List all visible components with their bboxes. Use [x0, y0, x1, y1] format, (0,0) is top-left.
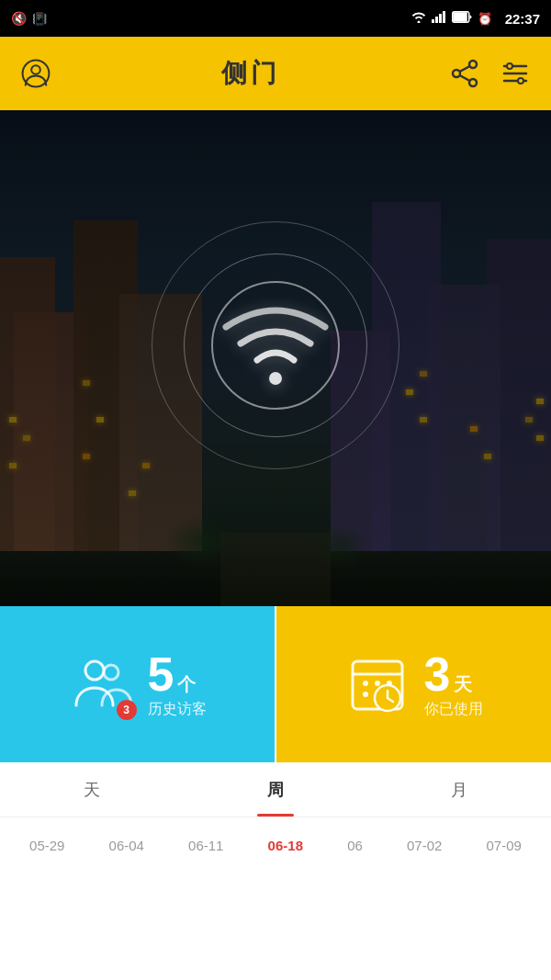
app-header: 侧门 [0, 37, 551, 110]
status-time: 22:37 [505, 11, 540, 27]
date-row: 05-29 06-04 06-11 06-18 06 07-02 07-09 [0, 817, 551, 873]
status-left-icons: 🔇 📳 [11, 11, 47, 26]
visitors-text: 5 个 历史访客 [148, 650, 207, 719]
menu-button[interactable] [498, 56, 533, 91]
wifi-signal-area[interactable] [147, 217, 404, 474]
usage-icon [345, 650, 410, 718]
svg-rect-5 [454, 13, 467, 21]
svg-rect-3 [443, 11, 445, 23]
svg-rect-0 [432, 19, 434, 23]
svg-point-8 [469, 61, 477, 68]
svg-point-7 [31, 65, 40, 74]
usage-unit: 天 [454, 672, 472, 697]
svg-rect-2 [439, 14, 442, 23]
date-0618[interactable]: 06-18 [268, 838, 303, 853]
tab-week[interactable]: 周 [184, 762, 367, 817]
date-0702[interactable]: 07-02 [407, 838, 442, 853]
tab-day[interactable]: 天 [0, 762, 184, 817]
usage-card[interactable]: 3 天 你已使用 [276, 606, 551, 762]
date-0709[interactable]: 07-09 [486, 838, 521, 853]
visitors-badge: 3 [117, 700, 137, 720]
signal-icon [432, 11, 446, 26]
page-title: 侧门 [221, 56, 280, 91]
svg-point-10 [469, 79, 477, 86]
visitors-count: 5 [148, 650, 174, 698]
svg-point-9 [453, 70, 460, 77]
share-button[interactable] [448, 56, 483, 91]
svg-point-24 [375, 681, 380, 686]
svg-point-19 [85, 661, 104, 680]
date-0529[interactable]: 05-29 [29, 838, 64, 853]
svg-point-26 [363, 692, 368, 697]
usage-count: 3 [424, 650, 451, 698]
tab-month[interactable]: 月 [367, 762, 551, 817]
status-bar: 🔇 📳 ⏰ 22:37 [0, 0, 551, 37]
svg-line-12 [460, 75, 470, 81]
visitors-icon: 3 [69, 650, 133, 718]
stats-section: 3 5 个 历史访客 [0, 606, 551, 762]
visitors-unit: 个 [177, 672, 196, 697]
visitors-card[interactable]: 3 5 个 历史访客 [0, 606, 275, 762]
alarm-icon: ⏰ [478, 12, 492, 26]
date-0611[interactable]: 06-11 [188, 838, 223, 853]
mute-icon: 🔇 [11, 11, 27, 26]
usage-text: 3 天 你已使用 [424, 650, 483, 719]
vibrate-icon: 📳 [32, 12, 47, 26]
svg-point-17 [518, 78, 523, 84]
visitors-label: 历史访客 [148, 700, 207, 719]
svg-point-20 [104, 665, 118, 680]
main-image-area [0, 110, 551, 606]
svg-line-11 [460, 66, 470, 72]
date-06[interactable]: 06 [347, 838, 363, 853]
battery-icon [452, 11, 472, 26]
wifi-icon [220, 298, 331, 393]
tab-bar: 天 周 月 [0, 762, 551, 817]
svg-point-18 [269, 372, 282, 385]
wifi-status-icon [411, 11, 426, 26]
header-right-actions [448, 56, 533, 91]
svg-rect-1 [435, 17, 438, 23]
stat-divider [275, 606, 276, 762]
svg-point-14 [507, 63, 512, 69]
date-0604[interactable]: 06-04 [109, 838, 144, 853]
status-right-icons: ⏰ 22:37 [411, 11, 540, 27]
profile-button[interactable] [18, 56, 53, 91]
usage-label: 你已使用 [424, 700, 483, 719]
svg-point-23 [363, 681, 368, 686]
